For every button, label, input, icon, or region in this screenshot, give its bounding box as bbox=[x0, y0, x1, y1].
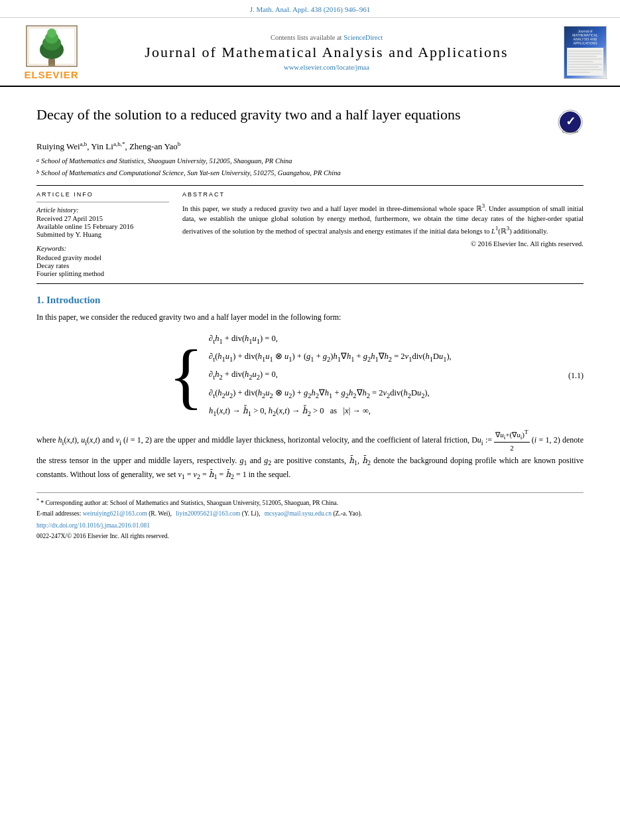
keywords-section: Keywords: Reduced gravity model Decay ra… bbox=[36, 245, 169, 277]
submitted-by: Submitted by Y. Huang bbox=[36, 231, 169, 238]
email1-name: (R. Wei), bbox=[149, 510, 172, 517]
intro-heading: 1. Introduction bbox=[36, 295, 584, 306]
author1: Ruiying Wei bbox=[36, 141, 80, 151]
history-label: Article history: bbox=[36, 206, 169, 214]
doi-text: http://dx.doi.org/10.1016/j.jmaa.2016.01… bbox=[36, 522, 150, 529]
journal-center-info: Contents lists available at ScienceDirec… bbox=[90, 34, 564, 71]
email2-name: (Y. Li), bbox=[242, 510, 261, 517]
doi-line[interactable]: http://dx.doi.org/10.1016/j.jmaa.2016.01… bbox=[36, 521, 584, 530]
page: J. Math. Anal. Appl. 438 (2016) 946–961 … bbox=[0, 0, 620, 840]
keyword-2: Decay rates bbox=[36, 262, 169, 269]
citation-text: J. Math. Anal. Appl. 438 (2016) 946–961 bbox=[250, 5, 371, 13]
keyword-3: Fourier splitting method bbox=[36, 270, 169, 277]
intro-title: Introduction bbox=[46, 295, 100, 305]
affil-a-sup: a bbox=[36, 157, 39, 165]
equation-number: (1.1) bbox=[568, 370, 584, 380]
equation-1-1-block: { ∂th1 + div(h1u1) = 0, ∂t(h1u1) + div(h… bbox=[36, 332, 584, 419]
elsevier-brand-text: ELSEVIER bbox=[24, 69, 78, 80]
article-info-divider bbox=[36, 202, 169, 202]
email-footnote: E-mail addresses: weiruiying621@163.com … bbox=[36, 509, 584, 518]
keyword-1: Reduced gravity model bbox=[36, 254, 169, 261]
affiliations: a School of Mathematics and Statistics, … bbox=[36, 156, 584, 178]
affil-b: b School of Mathematics and Computationa… bbox=[36, 168, 584, 178]
cover-title: Journal ofMATHEMATICALANALYSIS ANDAPPLIC… bbox=[572, 29, 597, 45]
contents-available-line: Contents lists available at ScienceDirec… bbox=[96, 34, 557, 41]
article-history: Article history: Received 27 April 2015 … bbox=[36, 206, 169, 238]
issn-line: 0022-247X/© 2016 Elsevier Inc. All right… bbox=[36, 531, 584, 541]
affil-a-text: School of Mathematics and Statistics, Sh… bbox=[41, 156, 292, 167]
keywords-label: Keywords: bbox=[36, 245, 169, 252]
journal-cover-thumbnail: Journal ofMATHEMATICALANALYSIS ANDAPPLIC… bbox=[564, 26, 607, 79]
journal-url[interactable]: www.elsevier.com/locate/jmaa bbox=[96, 64, 557, 71]
abstract-heading: ABSTRACT bbox=[182, 191, 584, 198]
cover-image: Journal ofMATHEMATICALANALYSIS ANDAPPLIC… bbox=[564, 26, 607, 79]
section-divider bbox=[36, 283, 584, 284]
affil-b-text: School of Mathematics and Computational … bbox=[41, 168, 341, 178]
left-brace-icon: { bbox=[168, 339, 204, 412]
abstract-col: ABSTRACT In this paper, we study a reduc… bbox=[182, 191, 584, 278]
svg-text:✓: ✓ bbox=[566, 115, 576, 128]
equations-list: ∂th1 + div(h1u1) = 0, ∂t(h1u1) + div(h1u… bbox=[209, 332, 452, 419]
corresponding-text: * Corresponding author at: School of Mat… bbox=[40, 500, 338, 506]
email3-name: (Z.-a. Yao). bbox=[333, 510, 362, 517]
article-info-heading: ARTICLE INFO bbox=[36, 191, 169, 198]
body-after-eq: where hi(x,t), ui(x,t) and νi (i = 1, 2)… bbox=[36, 427, 584, 483]
eq-line-5: h1(x,t) → h̄1 > 0, h2(x,t) → h̄2 > 0 as … bbox=[209, 404, 452, 419]
journal-citation: J. Math. Anal. Appl. 438 (2016) 946–961 bbox=[0, 0, 620, 18]
intro-para1: In this paper, we consider the reduced g… bbox=[36, 311, 584, 324]
author3: Zheng-an Yao bbox=[129, 141, 178, 151]
journal-title: Journal of Mathematical Analysis and App… bbox=[96, 44, 557, 61]
eq-line-4: ∂t(h2u2) + div(h2u2 ⊗ u2) + g2h2∇h1 + g2… bbox=[209, 386, 452, 401]
svg-text:CrossMark: CrossMark bbox=[562, 129, 579, 133]
journal-header: ELSEVIER Contents lists available at Sci… bbox=[0, 18, 620, 87]
abstract-text: In this paper, we study a reduced gravit… bbox=[182, 202, 584, 236]
paper-title: Decay of the solution to a reduced gravi… bbox=[36, 105, 550, 125]
equation-system: { ∂th1 + div(h1u1) = 0, ∂t(h1u1) + div(h… bbox=[168, 332, 452, 419]
eq-line-1: ∂th1 + div(h1u1) = 0, bbox=[209, 332, 452, 347]
paper-title-section: Decay of the solution to a reduced gravi… bbox=[36, 105, 584, 135]
emails-label: E-mail addresses: bbox=[36, 510, 81, 517]
elsevier-logo: ELSEVIER bbox=[13, 25, 90, 80]
received-date: Received 27 April 2015 bbox=[36, 215, 169, 222]
elsevier-tree-icon bbox=[25, 25, 78, 68]
email1[interactable]: weiruiying621@163.com bbox=[83, 510, 147, 517]
email2[interactable]: liyin20095621@163.com bbox=[176, 510, 240, 517]
eq-line-3: ∂th2 + div(h2u2) = 0, bbox=[209, 368, 452, 383]
author2: Yin Li bbox=[91, 141, 113, 151]
main-content: Decay of the solution to a reduced gravi… bbox=[0, 87, 620, 554]
email3[interactable]: mcsyao@mail.sysu.edu.cn bbox=[265, 510, 332, 517]
article-info-col: ARTICLE INFO Article history: Received 2… bbox=[36, 191, 169, 278]
crossmark-icon[interactable]: ✓ CrossMark bbox=[557, 109, 584, 135]
affil-a: a School of Mathematics and Statistics, … bbox=[36, 156, 584, 167]
cover-decorative-icon bbox=[567, 48, 603, 76]
sciencedirect-link[interactable]: ScienceDirect bbox=[343, 34, 383, 41]
footnote-area: * * Corresponding author at: School of M… bbox=[36, 492, 584, 541]
available-date: Available online 15 February 2016 bbox=[36, 223, 169, 230]
main-divider bbox=[36, 185, 584, 186]
authors-line: Ruiying Weia,b, Yin Lia,b,*, Zheng-an Ya… bbox=[36, 141, 584, 152]
affil-b-sup: b bbox=[36, 169, 39, 176]
corresponding-footnote: * * Corresponding author at: School of M… bbox=[36, 497, 584, 508]
svg-point-5 bbox=[47, 29, 56, 38]
eq-line-2: ∂t(h1u1) + div(h1u1 ⊗ u1) + (g1 + g2)h1∇… bbox=[209, 350, 452, 365]
article-info-abstract-section: ARTICLE INFO Article history: Received 2… bbox=[36, 191, 584, 278]
intro-number: 1. bbox=[36, 295, 44, 305]
copyright-line: © 2016 Elsevier Inc. All rights reserved… bbox=[182, 240, 584, 247]
